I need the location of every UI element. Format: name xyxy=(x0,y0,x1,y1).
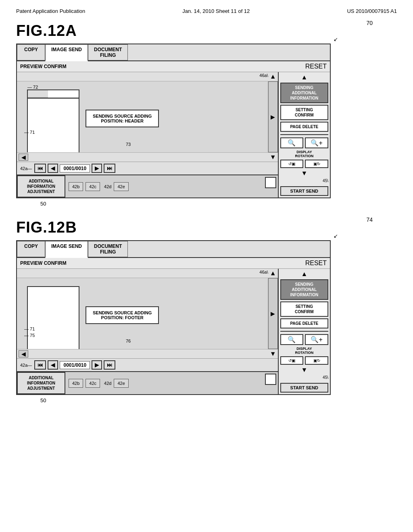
fig12b-nav-next[interactable]: ▶ xyxy=(92,360,102,370)
fig12a-zoom-out[interactable]: 🔍 xyxy=(280,137,304,148)
fig12a-btn-setting-confirm[interactable]: SETTING CONFIRM xyxy=(280,105,328,120)
fig12b-bottom-nav: 42a— ⏮ ◀ 0001/0010 ▶ ⏭ xyxy=(17,358,278,371)
fig12a-nav-last[interactable]: ⏭ xyxy=(104,164,115,173)
fig12b-ref-number: 74 xyxy=(366,216,373,223)
fig12b-scroll-down[interactable]: ▼ xyxy=(270,350,276,357)
fig12b-section: FIG.12B 74 ↙ COPY IMAGE SEND DOCUMENT FI… xyxy=(16,215,397,403)
fig12b-zoom-in[interactable]: 🔍+ xyxy=(305,334,328,345)
fig12b-start-send-btn[interactable]: START SEND xyxy=(280,383,328,393)
fig12b-ref-75: — 75 xyxy=(24,333,35,338)
fig12a-title: FIG.12A xyxy=(16,22,77,39)
fig12b-title: FIG.12B xyxy=(16,219,77,236)
fig12a-scroll-down[interactable]: ▼ xyxy=(270,154,276,161)
fig12a-start-send-btn[interactable]: START SEND xyxy=(280,186,328,196)
fig12a-btn-page-delete[interactable]: PAGE DELETE xyxy=(280,122,328,132)
fig12a-divider xyxy=(280,134,328,135)
fig12b-footer-tab-42e[interactable]: 42e xyxy=(114,379,128,388)
fig12b-rotation-row: ↺▣ ▣↻ xyxy=(280,356,328,365)
fig12b-sidebar-scroll-up[interactable]: ▲ xyxy=(280,270,328,278)
fig12a-right-sidebar: ▲ SENDING ADDITIONAL INFORMATION SETTING… xyxy=(278,72,330,197)
fig12a-ref-46a: 46a\ xyxy=(259,73,268,80)
fig12a-footer-tab-42e[interactable]: 42e xyxy=(114,182,128,191)
fig12b-zoom-row: 🔍 🔍+ xyxy=(280,334,328,345)
fig12a-footer-tab-42b[interactable]: 42b xyxy=(69,182,83,191)
fig12b-ref-50: 50 xyxy=(40,397,397,403)
fig12a-scroll-right[interactable]: ▶ xyxy=(268,81,278,152)
fig12a-curve-arrow: ↙ xyxy=(334,36,338,42)
fig12b-nav-last[interactable]: ⏭ xyxy=(104,360,115,370)
tab-copy-12b[interactable]: COPY xyxy=(17,241,45,257)
fig12b-btn-page-delete[interactable]: PAGE DELETE xyxy=(280,318,328,328)
fig12a-ref-42a-label: 42a— xyxy=(20,166,32,171)
tab-image-send-12a[interactable]: IMAGE SEND xyxy=(45,44,88,61)
fig12a-tab-row: COPY IMAGE SEND DOCUMENT FILING xyxy=(17,44,330,61)
fig12b-rotation-label: DISPLAY ROTATION xyxy=(280,347,328,355)
fig12a-nav-first[interactable]: ⏮ xyxy=(34,164,46,173)
fig12b-ref-71: — 71 xyxy=(24,326,35,331)
fig12b-sidebar-scroll-down[interactable]: ▼ xyxy=(280,366,328,374)
fig12b-rotate-left[interactable]: ↺▣ xyxy=(280,356,304,365)
fig12b-checkbox[interactable] xyxy=(265,374,276,385)
fig12b-add-info-btn[interactable]: ADDITIONAL INFORMATION ADJUSTMENT xyxy=(17,372,65,394)
fig12b-preview-confirm: PREVIEW CONFIRM xyxy=(20,260,67,266)
fig12a-scroll-left[interactable]: ◀ xyxy=(19,154,28,161)
fig12b-ref-76: 76 xyxy=(126,339,131,343)
patent-header-middle: Jan. 14, 2010 Sheet 11 of 12 xyxy=(182,8,250,14)
fig12a-footer-tabs: 42b 42c 42d 42e xyxy=(65,175,263,197)
fig12b-ref-46a: 46a\ xyxy=(259,270,268,277)
fig12a-rotate-left[interactable]: ↺▣ xyxy=(280,160,304,168)
fig12a-page-counter: 0001/0010 xyxy=(60,164,90,172)
fig12b-footer-tabs: 42b 42c 42d 42e xyxy=(65,372,263,394)
fig12b-reset-btn[interactable]: RESET xyxy=(305,260,327,267)
fig12a-scroll-up[interactable]: ▲ xyxy=(270,73,276,80)
fig12b-btn-setting-confirm[interactable]: SETTING CONFIRM xyxy=(280,301,328,317)
fig12b-btn-sending-additional[interactable]: SENDING ADDITIONAL INFORMATION xyxy=(280,279,328,300)
fig12b-right-sidebar: ▲ SENDING ADDITIONAL INFORMATION SETTING… xyxy=(278,269,330,394)
fig12a-btn-sending-additional[interactable]: SENDING ADDITIONAL INFORMATION xyxy=(280,83,328,103)
fig12b-ui-panel: COPY IMAGE SEND DOCUMENT FILING PREVIEW … xyxy=(16,240,331,395)
fig12a-rotation-label: DISPLAY ROTATION xyxy=(280,150,328,158)
tab-copy-12a[interactable]: COPY xyxy=(17,44,45,60)
fig12a-ref-71: — 71 xyxy=(24,130,35,135)
fig12a-overlay-msg: SENDING SOURCE ADDING POSITION: HEADER xyxy=(86,110,159,127)
fig12b-divider xyxy=(280,331,328,332)
fig12a-rotate-right[interactable]: ▣↻ xyxy=(305,160,328,168)
fig12a-ref-73: 73 xyxy=(126,142,131,147)
fig12b-scroll-up[interactable]: ▲ xyxy=(270,270,276,277)
fig12a-ref-50: 50 xyxy=(40,201,397,207)
fig12b-page-counter: 0001/0010 xyxy=(60,361,90,369)
fig12b-ref-45-label: 45\ xyxy=(280,375,328,380)
fig12a-zoom-in[interactable]: 🔍+ xyxy=(305,137,328,148)
fig12b-scroll-right[interactable]: ▶ xyxy=(268,278,278,349)
fig12b-footer-tab-42c[interactable]: 42c xyxy=(86,379,100,388)
fig12b-nav-prev[interactable]: ◀ xyxy=(48,360,58,370)
fig12a-nav-next[interactable]: ▶ xyxy=(92,164,102,173)
fig12a-footer-row: ADDITIONAL INFORMATION ADJUSTMENT 42b 42… xyxy=(17,175,278,197)
fig12a-sidebar-scroll-down[interactable]: ▼ xyxy=(280,170,328,177)
fig12b-nav-first[interactable]: ⏮ xyxy=(34,360,46,370)
tab-document-filing-12b[interactable]: DOCUMENT FILING xyxy=(88,241,128,257)
fig12a-ref-45-label: 45\ xyxy=(280,179,328,183)
fig12a-nav-prev[interactable]: ◀ xyxy=(48,164,58,173)
patent-header-left: Patent Application Publication xyxy=(16,8,85,14)
fig12a-add-info-btn[interactable]: ADDITIONAL INFORMATION ADJUSTMENT xyxy=(17,175,65,197)
fig12b-preview-area: — 71 — 75 SENDING SOURCE ADDING POSITION… xyxy=(17,278,268,349)
fig12a-zoom-row: 🔍 🔍+ xyxy=(280,137,328,148)
tab-image-send-12b[interactable]: IMAGE SEND xyxy=(45,241,88,258)
fig12a-page-img xyxy=(27,89,79,152)
fig12a-sidebar-scroll-up[interactable]: ▲ xyxy=(280,74,328,81)
fig12b-tab-row: COPY IMAGE SEND DOCUMENT FILING xyxy=(17,241,330,258)
fig12a-section: FIG.12A 70 ↙ COPY IMAGE SEND DOCUMENT FI… xyxy=(16,18,397,207)
tab-document-filing-12a[interactable]: DOCUMENT FILING xyxy=(88,44,128,60)
fig12b-scroll-left[interactable]: ◀ xyxy=(19,350,28,357)
fig12a-small-preview xyxy=(28,90,48,98)
fig12a-ref-number: 70 xyxy=(366,20,373,26)
fig12a-reset-btn[interactable]: RESET xyxy=(305,63,327,70)
fig12b-zoom-out[interactable]: 🔍 xyxy=(280,334,304,345)
fig12a-checkbox[interactable] xyxy=(265,177,276,188)
fig12b-page-img xyxy=(27,286,79,349)
fig12b-rotate-right[interactable]: ▣↻ xyxy=(305,356,328,365)
fig12b-footer-tab-42b[interactable]: 42b xyxy=(69,379,83,388)
fig12a-footer-tab-42c[interactable]: 42c xyxy=(86,182,100,191)
fig12a-ref-72: — 72 xyxy=(27,85,38,89)
